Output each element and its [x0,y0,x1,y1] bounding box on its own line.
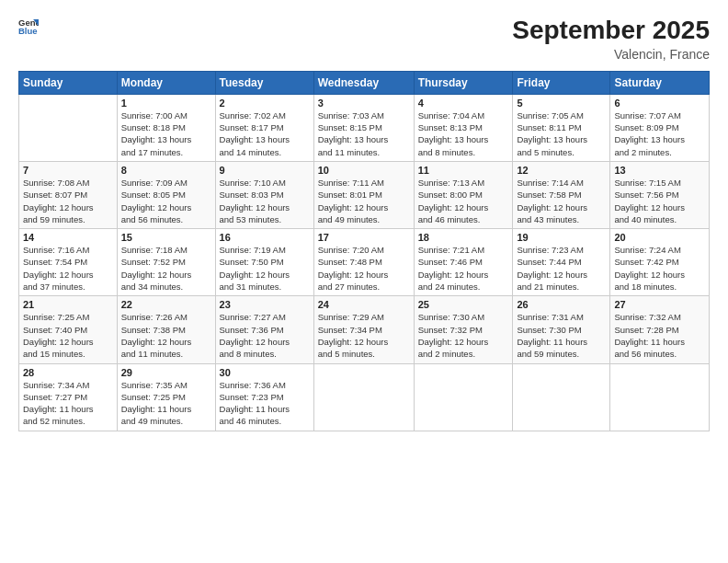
day-cell-3-6: 27Sunrise: 7:32 AM Sunset: 7:28 PM Dayli… [610,296,710,363]
day-cell-3-3: 24Sunrise: 7:29 AM Sunset: 7:34 PM Dayli… [313,296,414,363]
week-row-4: 28Sunrise: 7:34 AM Sunset: 7:27 PM Dayli… [19,363,710,431]
day-info: Sunrise: 7:11 AM Sunset: 8:01 PM Dayligh… [318,177,410,225]
day-cell-1-1: 8Sunrise: 7:09 AM Sunset: 8:05 PM Daylig… [117,161,215,228]
day-info: Sunrise: 7:03 AM Sunset: 8:15 PM Dayligh… [318,109,410,158]
header-saturday: Saturday [610,71,710,94]
day-info: Sunrise: 7:10 AM Sunset: 8:03 PM Dayligh… [220,177,310,225]
day-info: Sunrise: 7:32 AM Sunset: 7:28 PM Dayligh… [614,311,705,360]
week-row-3: 21Sunrise: 7:25 AM Sunset: 7:40 PM Dayli… [19,296,710,363]
day-cell-1-3: 10Sunrise: 7:11 AM Sunset: 8:01 PM Dayli… [313,161,414,228]
day-number: 12 [517,165,606,176]
day-number: 16 [220,232,310,243]
header-sunday: Sunday [19,71,118,94]
day-info: Sunrise: 7:00 AM Sunset: 8:18 PM Dayligh… [121,109,211,158]
day-info: Sunrise: 7:15 AM Sunset: 7:56 PM Dayligh… [614,177,705,225]
day-cell-2-6: 20Sunrise: 7:24 AM Sunset: 7:42 PM Dayli… [610,229,710,296]
header-thursday: Thursday [414,71,513,94]
day-info: Sunrise: 7:23 AM Sunset: 7:44 PM Dayligh… [517,244,606,293]
day-cell-0-6: 6Sunrise: 7:07 AM Sunset: 8:09 PM Daylig… [610,94,710,161]
day-cell-1-6: 13Sunrise: 7:15 AM Sunset: 7:56 PM Dayli… [610,161,710,228]
week-row-2: 14Sunrise: 7:16 AM Sunset: 7:54 PM Dayli… [19,229,710,296]
day-info: Sunrise: 7:04 AM Sunset: 8:13 PM Dayligh… [418,109,509,158]
day-info: Sunrise: 7:24 AM Sunset: 7:42 PM Dayligh… [614,244,705,293]
calendar-title: September 2025 [512,17,710,45]
title-block: September 2025 Valencin, France [512,17,710,62]
header-friday: Friday [513,71,610,94]
day-number: 28 [23,367,113,378]
day-cell-4-5 [513,363,610,431]
logo-icon: General Blue [18,17,39,37]
day-number: 21 [23,299,113,310]
day-cell-4-6 [610,363,710,431]
day-number: 18 [418,232,509,243]
day-cell-1-2: 9Sunrise: 7:10 AM Sunset: 8:03 PM Daylig… [215,161,313,228]
day-cell-1-4: 11Sunrise: 7:13 AM Sunset: 8:00 PM Dayli… [414,161,513,228]
day-cell-0-1: 1Sunrise: 7:00 AM Sunset: 8:18 PM Daylig… [117,94,215,161]
day-info: Sunrise: 7:27 AM Sunset: 7:36 PM Dayligh… [220,311,310,360]
day-number: 11 [418,165,509,176]
day-cell-3-4: 25Sunrise: 7:30 AM Sunset: 7:32 PM Dayli… [414,296,513,363]
day-number: 3 [318,98,410,109]
day-info: Sunrise: 7:05 AM Sunset: 8:11 PM Dayligh… [517,109,606,158]
day-info: Sunrise: 7:34 AM Sunset: 7:27 PM Dayligh… [23,379,113,428]
day-info: Sunrise: 7:29 AM Sunset: 7:34 PM Dayligh… [318,311,410,360]
header-wednesday: Wednesday [313,71,414,94]
day-number: 20 [614,232,705,243]
day-cell-0-4: 4Sunrise: 7:04 AM Sunset: 8:13 PM Daylig… [414,94,513,161]
day-number: 2 [220,98,310,109]
day-cell-4-1: 29Sunrise: 7:35 AM Sunset: 7:25 PM Dayli… [117,363,215,431]
day-number: 30 [220,367,310,378]
day-cell-2-5: 19Sunrise: 7:23 AM Sunset: 7:44 PM Dayli… [513,229,610,296]
day-cell-4-2: 30Sunrise: 7:36 AM Sunset: 7:23 PM Dayli… [215,363,313,431]
day-info: Sunrise: 7:19 AM Sunset: 7:50 PM Dayligh… [220,244,310,293]
header: General Blue September 2025 Valencin, Fr… [18,17,710,62]
day-number: 24 [318,299,410,310]
day-cell-2-2: 16Sunrise: 7:19 AM Sunset: 7:50 PM Dayli… [215,229,313,296]
day-info: Sunrise: 7:20 AM Sunset: 7:48 PM Dayligh… [318,244,410,293]
week-row-0: 1Sunrise: 7:00 AM Sunset: 8:18 PM Daylig… [19,94,710,161]
day-info: Sunrise: 7:14 AM Sunset: 7:58 PM Dayligh… [517,177,606,225]
day-cell-2-1: 15Sunrise: 7:18 AM Sunset: 7:52 PM Dayli… [117,229,215,296]
day-cell-3-5: 26Sunrise: 7:31 AM Sunset: 7:30 PM Dayli… [513,296,610,363]
day-number: 15 [121,232,211,243]
day-number: 13 [614,165,705,176]
day-number: 14 [23,232,113,243]
day-number: 19 [517,232,606,243]
svg-text:Blue: Blue [18,26,38,36]
day-number: 1 [121,98,211,109]
day-info: Sunrise: 7:13 AM Sunset: 8:00 PM Dayligh… [418,177,509,225]
day-number: 4 [418,98,509,109]
header-monday: Monday [117,71,215,94]
day-number: 23 [220,299,310,310]
day-info: Sunrise: 7:07 AM Sunset: 8:09 PM Dayligh… [614,109,705,158]
day-cell-1-0: 7Sunrise: 7:08 AM Sunset: 8:07 PM Daylig… [19,161,118,228]
page: General Blue September 2025 Valencin, Fr… [0,0,728,563]
day-cell-2-4: 18Sunrise: 7:21 AM Sunset: 7:46 PM Dayli… [414,229,513,296]
day-info: Sunrise: 7:26 AM Sunset: 7:38 PM Dayligh… [121,311,211,360]
calendar-header-row: Sunday Monday Tuesday Wednesday Thursday… [19,71,710,94]
day-number: 5 [517,98,606,109]
day-cell-0-0 [19,94,118,161]
day-info: Sunrise: 7:21 AM Sunset: 7:46 PM Dayligh… [418,244,509,293]
day-number: 17 [318,232,410,243]
day-cell-0-3: 3Sunrise: 7:03 AM Sunset: 8:15 PM Daylig… [313,94,414,161]
day-cell-3-2: 23Sunrise: 7:27 AM Sunset: 7:36 PM Dayli… [215,296,313,363]
day-number: 22 [121,299,211,310]
day-number: 6 [614,98,705,109]
day-cell-4-3 [313,363,414,431]
day-info: Sunrise: 7:16 AM Sunset: 7:54 PM Dayligh… [23,244,113,293]
calendar-table: Sunday Monday Tuesday Wednesday Thursday… [18,71,710,431]
day-info: Sunrise: 7:02 AM Sunset: 8:17 PM Dayligh… [220,109,310,158]
day-cell-4-4 [414,363,513,431]
day-number: 8 [121,165,211,176]
day-cell-4-0: 28Sunrise: 7:34 AM Sunset: 7:27 PM Dayli… [19,363,118,431]
week-row-1: 7Sunrise: 7:08 AM Sunset: 8:07 PM Daylig… [19,161,710,228]
day-number: 25 [418,299,509,310]
day-info: Sunrise: 7:35 AM Sunset: 7:25 PM Dayligh… [121,379,211,428]
day-cell-3-1: 22Sunrise: 7:26 AM Sunset: 7:38 PM Dayli… [117,296,215,363]
day-cell-2-0: 14Sunrise: 7:16 AM Sunset: 7:54 PM Dayli… [19,229,118,296]
day-number: 10 [318,165,410,176]
day-cell-1-5: 12Sunrise: 7:14 AM Sunset: 7:58 PM Dayli… [513,161,610,228]
day-number: 9 [220,165,310,176]
day-info: Sunrise: 7:36 AM Sunset: 7:23 PM Dayligh… [220,379,310,428]
